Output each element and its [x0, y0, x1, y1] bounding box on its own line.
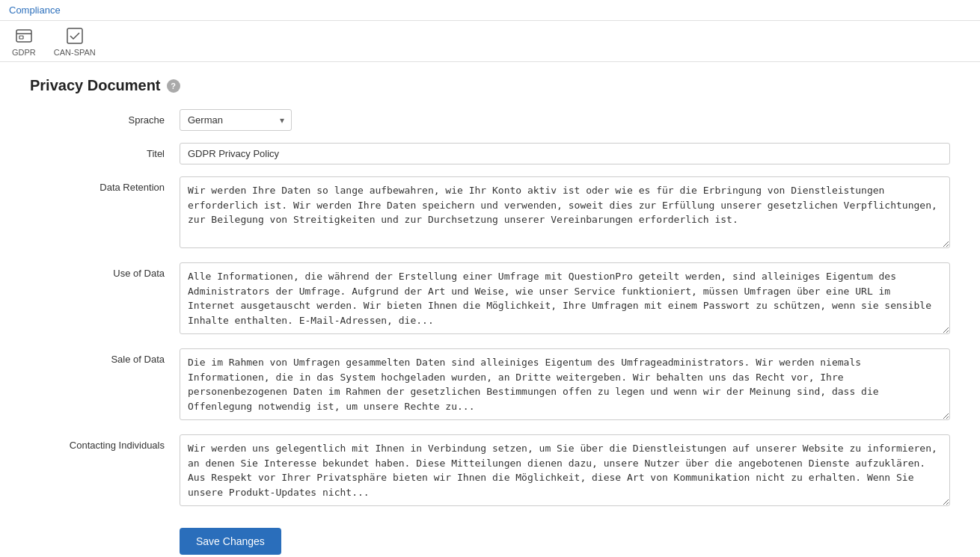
save-changes-wrapper: Save Changes — [30, 520, 950, 557]
titel-control-wrap — [180, 143, 950, 164]
contacting-individuals-row: Contacting Individuals — [30, 434, 950, 508]
contacting-individuals-label: Contacting Individuals — [30, 434, 180, 451]
sale-of-data-row: Sale of Data — [30, 348, 950, 422]
sale-of-data-label: Sale of Data — [30, 348, 180, 365]
titel-label: Titel — [30, 143, 180, 159]
data-retention-row: Data Retention — [30, 176, 950, 250]
svg-rect-0 — [16, 30, 31, 42]
use-of-data-control-wrap — [180, 262, 950, 336]
contacting-individuals-textarea[interactable] — [180, 434, 950, 506]
privacy-document-title: Privacy Document — [30, 77, 161, 94]
gdpr-nav-label: GDPR — [12, 48, 36, 57]
titel-input[interactable] — [180, 143, 950, 164]
data-retention-control-wrap — [180, 176, 950, 250]
privacy-document-heading: Privacy Document ? — [30, 77, 950, 94]
use-of-data-textarea[interactable] — [180, 262, 950, 334]
canspan-icon — [64, 25, 85, 46]
compliance-breadcrumb[interactable]: Compliance — [9, 4, 61, 16]
sale-of-data-control-wrap — [180, 348, 950, 422]
svg-rect-2 — [19, 36, 23, 39]
canspan-nav-item[interactable]: CAN-SPAN — [54, 25, 96, 57]
icon-nav-bar: GDPR CAN-SPAN — [0, 21, 980, 62]
contacting-individuals-control-wrap — [180, 434, 950, 508]
svg-rect-3 — [67, 28, 82, 43]
titel-row: Titel — [30, 143, 950, 164]
breadcrumb-bar: Compliance — [0, 0, 980, 21]
privacy-document-help-icon[interactable]: ? — [167, 79, 180, 93]
main-content: Privacy Document ? Sprache German Englis… — [0, 62, 980, 557]
sprache-select-wrapper: German English French Spanish — [180, 109, 292, 131]
use-of-data-row: Use of Data — [30, 262, 950, 336]
sprache-control-wrap: German English French Spanish — [180, 109, 950, 131]
sale-of-data-textarea[interactable] — [180, 348, 950, 420]
data-retention-label: Data Retention — [30, 176, 180, 193]
gdpr-icon — [13, 25, 34, 46]
sprache-select[interactable]: German English French Spanish — [180, 109, 292, 131]
canspan-nav-label: CAN-SPAN — [54, 48, 96, 57]
save-changes-button[interactable]: Save Changes — [180, 528, 281, 555]
sprache-row: Sprache German English French Spanish — [30, 109, 950, 131]
sprache-label: Sprache — [30, 109, 180, 126]
gdpr-nav-item[interactable]: GDPR — [12, 25, 36, 57]
data-retention-textarea[interactable] — [180, 176, 950, 248]
use-of-data-label: Use of Data — [30, 262, 180, 279]
